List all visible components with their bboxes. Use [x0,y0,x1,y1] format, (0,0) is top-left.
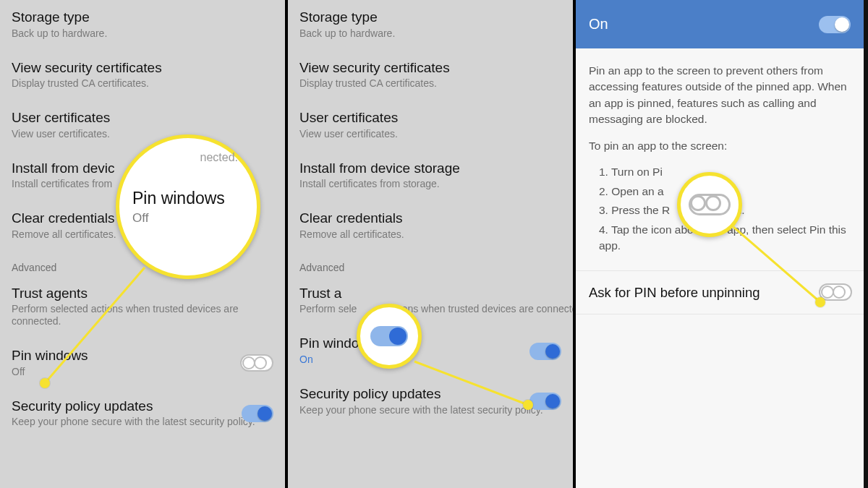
toggle-security-policy-updates[interactable] [529,393,561,410]
explain-paragraph: Pin an app to the screen to prevent othe… [589,63,851,128]
toggle-pin-windows-off[interactable] [240,354,273,372]
row-pin-windows[interactable]: Pin windows On [288,326,573,377]
row-subtitle: Off [12,366,273,378]
row-trust-agents[interactable]: Trust a Perform sele ons when trusted de… [288,276,573,327]
callout-end-dot [40,378,50,388]
callout-end-dot [815,297,825,307]
toggle-master-pin-windows[interactable] [819,16,851,33]
callout-sub: Off [132,211,257,226]
pane-pin-windows-detail: On Pin an app to the screen to prevent o… [576,0,864,488]
row-storage-type[interactable]: Storage type Back up to hardware. [288,0,573,51]
callout-pin-windows-off: nected. Pin windows Off [116,134,260,279]
row-title: Clear credentials [299,210,561,227]
callout-end-dot [523,400,533,410]
header-title: On [589,16,851,33]
row-subtitle: Keep your phone secure with the latest s… [12,416,273,428]
callout-toggle-off [677,172,742,237]
row-title: Security policy updates [299,385,561,403]
row-subtitle: Perform sele ons when trusted devices ar… [299,303,561,315]
row-title: Pin windows [12,347,273,364]
row-subtitle: View user certificates. [299,128,561,140]
row-subtitle: Display trusted CA certificates. [12,77,273,90]
row-ask-for-pin-before-unpinning[interactable]: Ask for PIN before unpinning [576,270,864,314]
row-subtitle: Keep your phone secure with the latest s… [299,404,561,416]
row-clear-credentials[interactable]: Clear credentials Remove all certificate… [288,201,573,252]
row-subtitle: Remove all certificates. [299,228,561,241]
row-title: Trust agents [12,285,273,302]
row-title: View security certificates [299,59,561,77]
row-subtitle: Install certificates from storage. [299,178,561,190]
toggle-icon [370,326,408,346]
row-title: Ask for PIN before unpinning [589,284,851,301]
row-storage-type[interactable]: Storage type Back up to hardware. [0,0,285,51]
row-title: Install from device storage [299,160,561,177]
row-user-certificates[interactable]: User certificates View user certificates… [0,100,285,151]
row-view-security-certificates[interactable]: View security certificates Display trust… [0,51,285,101]
callout-overflow-text: nected. [200,151,238,164]
row-title: Security policy updates [12,398,273,415]
callout-toggle-on [357,304,422,369]
row-subtitle: Display trusted CA certificates. [299,77,561,90]
pane-credential-settings-off: Storage type Back up to hardware. View s… [0,0,288,488]
row-subtitle: View user certificates. [12,128,273,140]
pane-credential-settings-on: Storage type Back up to hardware. View s… [288,0,576,488]
callout-title: Pin windows [132,189,257,208]
group-advanced: Advanced [288,252,573,276]
explain-intro: To pin an app to the screen: [589,138,851,154]
row-subtitle: Perform selected actions when trusted de… [12,303,273,328]
row-title: View security certificates [12,59,273,77]
row-subtitle: Back up to hardware. [12,27,273,40]
row-security-policy-updates[interactable]: Security policy updates Keep your phone … [0,389,285,439]
row-title: User certificates [12,109,273,127]
row-install-from-device-storage[interactable]: Install from device storage Install cert… [288,151,573,202]
row-subtitle: On [299,354,561,366]
row-title: Storage type [299,9,561,26]
row-title: Storage type [12,9,273,26]
header-pin-windows-on: On [576,0,864,48]
row-title: User certificates [299,109,561,127]
toggle-pin-windows-on[interactable] [529,343,561,360]
row-view-security-certificates[interactable]: View security certificates Display trust… [288,51,573,101]
row-trust-agents[interactable]: Trust agents Perform selected actions wh… [0,276,285,338]
row-title: Pin windows [299,335,561,352]
toggle-security-policy-updates[interactable] [242,405,273,422]
row-user-certificates[interactable]: User certificates View user certificates… [288,100,573,151]
row-subtitle: Back up to hardware. [299,27,561,40]
row-title: Trust a [299,285,561,302]
toggle-icon [689,194,731,215]
